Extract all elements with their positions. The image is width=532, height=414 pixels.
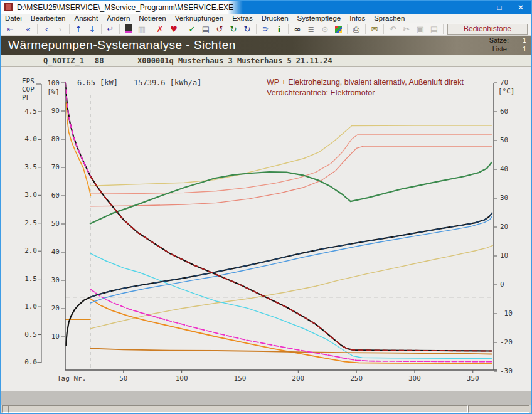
status-cell <box>468 405 529 413</box>
status-cell <box>8 405 468 413</box>
load-duration-curve <box>65 83 492 351</box>
salmon-lower-curve <box>90 146 492 206</box>
status-bar <box>1 405 531 413</box>
load-curve-red-overlay <box>90 176 492 351</box>
salmon-upper-curve <box>90 135 492 194</box>
chart-svg <box>1 1 531 414</box>
outdoor-temp-curve <box>66 213 492 346</box>
bottom-gray-band <box>1 391 531 405</box>
application-window: D:\MSEU25\MSERVICE\_MService_Programm\MS… <box>0 0 532 414</box>
load-curve-magenta-overlay <box>65 83 90 176</box>
source-temp-navy-overlay <box>90 213 492 297</box>
chart-area: 4.54.03.53.02.52.01.51.00.50.0EPSCOPPF10… <box>1 67 531 391</box>
status-cell <box>2 405 8 413</box>
cyan-curve <box>90 253 492 358</box>
